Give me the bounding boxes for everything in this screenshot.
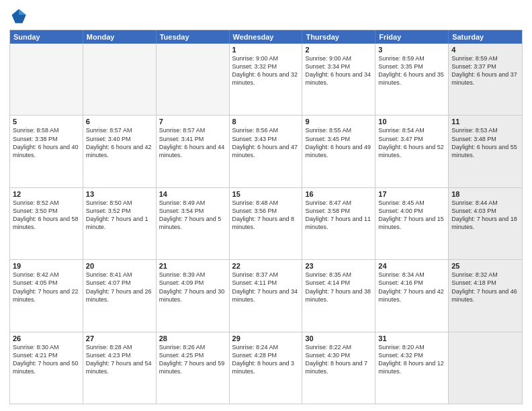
cell-text: Sunrise: 8:52 AM Sunset: 3:50 PM Dayligh… (13, 199, 80, 232)
cell-text: Sunrise: 8:55 AM Sunset: 3:45 PM Dayligh… (305, 126, 372, 159)
cell-text: Sunrise: 8:59 AM Sunset: 3:35 PM Dayligh… (378, 54, 445, 87)
day-number: 2 (305, 46, 372, 54)
day-number: 26 (13, 334, 80, 342)
day-number: 8 (232, 118, 300, 126)
weekday-header-wednesday: Wednesday (230, 30, 303, 44)
cell-text: Sunrise: 8:45 AM Sunset: 4:00 PM Dayligh… (378, 199, 445, 232)
day-number: 20 (86, 262, 153, 270)
day-number: 15 (232, 190, 300, 198)
calendar-row-3: 19Sunrise: 8:42 AM Sunset: 4:05 PM Dayli… (10, 259, 522, 331)
cal-cell-r2c4: 16Sunrise: 8:47 AM Sunset: 3:58 PM Dayli… (302, 188, 375, 259)
day-number: 19 (13, 262, 80, 270)
cell-text: Sunrise: 8:28 AM Sunset: 4:23 PM Dayligh… (86, 343, 153, 376)
header (9, 7, 523, 26)
cal-cell-r1c1: 6Sunrise: 8:57 AM Sunset: 3:40 PM Daylig… (83, 116, 157, 187)
day-number: 4 (451, 46, 519, 54)
cal-cell-r3c4: 23Sunrise: 8:35 AM Sunset: 4:14 PM Dayli… (302, 260, 375, 331)
day-number: 3 (378, 46, 445, 54)
cal-cell-r4c6 (449, 332, 522, 404)
day-number: 9 (305, 118, 372, 126)
day-number: 16 (305, 190, 372, 198)
cal-cell-r3c0: 19Sunrise: 8:42 AM Sunset: 4:05 PM Dayli… (10, 260, 83, 331)
day-number: 23 (305, 262, 372, 270)
cal-cell-r0c3: 1Sunrise: 9:00 AM Sunset: 3:32 PM Daylig… (230, 44, 303, 115)
cal-cell-r3c2: 21Sunrise: 8:39 AM Sunset: 4:09 PM Dayli… (157, 260, 230, 331)
day-number: 12 (13, 190, 80, 198)
cell-text: Sunrise: 8:47 AM Sunset: 3:58 PM Dayligh… (305, 199, 372, 232)
cal-cell-r1c4: 9Sunrise: 8:55 AM Sunset: 3:45 PM Daylig… (302, 116, 375, 187)
cal-cell-r4c4: 30Sunrise: 8:22 AM Sunset: 4:30 PM Dayli… (302, 332, 375, 404)
cell-text: Sunrise: 8:54 AM Sunset: 3:47 PM Dayligh… (378, 126, 445, 159)
cell-text: Sunrise: 8:49 AM Sunset: 3:54 PM Dayligh… (159, 199, 226, 232)
day-number: 28 (159, 334, 226, 342)
cal-cell-r3c5: 24Sunrise: 8:34 AM Sunset: 4:16 PM Dayli… (375, 260, 449, 331)
cal-cell-r2c2: 14Sunrise: 8:49 AM Sunset: 3:54 PM Dayli… (157, 188, 230, 259)
calendar-row-2: 12Sunrise: 8:52 AM Sunset: 3:50 PM Dayli… (10, 187, 522, 259)
day-number: 21 (159, 262, 226, 270)
weekday-header-saturday: Saturday (449, 30, 522, 44)
cell-text: Sunrise: 8:48 AM Sunset: 3:56 PM Dayligh… (232, 199, 300, 232)
cal-cell-r3c1: 20Sunrise: 8:41 AM Sunset: 4:07 PM Dayli… (83, 260, 157, 331)
cell-text: Sunrise: 8:57 AM Sunset: 3:41 PM Dayligh… (159, 126, 226, 159)
cal-cell-r2c0: 12Sunrise: 8:52 AM Sunset: 3:50 PM Dayli… (10, 188, 83, 259)
cell-text: Sunrise: 8:32 AM Sunset: 4:18 PM Dayligh… (451, 271, 519, 304)
weekday-header-sunday: Sunday (10, 30, 83, 44)
cal-cell-r2c6: 18Sunrise: 8:44 AM Sunset: 4:03 PM Dayli… (449, 188, 522, 259)
weekday-header-friday: Friday (375, 30, 449, 44)
svg-marker-1 (19, 9, 26, 15)
calendar-row-0: 1Sunrise: 9:00 AM Sunset: 3:32 PM Daylig… (10, 44, 522, 115)
cell-text: Sunrise: 8:41 AM Sunset: 4:07 PM Dayligh… (86, 271, 153, 304)
cell-text: Sunrise: 8:58 AM Sunset: 3:38 PM Dayligh… (13, 126, 80, 159)
cal-cell-r4c2: 28Sunrise: 8:26 AM Sunset: 4:25 PM Dayli… (157, 332, 230, 404)
cell-text: Sunrise: 8:59 AM Sunset: 3:37 PM Dayligh… (451, 54, 519, 87)
weekday-header-thursday: Thursday (302, 30, 375, 44)
day-number: 22 (232, 262, 300, 270)
cal-cell-r4c1: 27Sunrise: 8:28 AM Sunset: 4:23 PM Dayli… (83, 332, 157, 404)
cal-cell-r0c5: 3Sunrise: 8:59 AM Sunset: 3:35 PM Daylig… (375, 44, 449, 115)
cell-text: Sunrise: 8:39 AM Sunset: 4:09 PM Dayligh… (159, 271, 226, 304)
page: SundayMondayTuesdayWednesdayThursdayFrid… (0, 0, 532, 411)
cal-cell-r0c4: 2Sunrise: 9:00 AM Sunset: 3:34 PM Daylig… (302, 44, 375, 115)
day-number: 1 (232, 46, 300, 54)
day-number: 11 (451, 118, 519, 126)
cell-text: Sunrise: 8:37 AM Sunset: 4:11 PM Dayligh… (232, 271, 300, 304)
cell-text: Sunrise: 8:26 AM Sunset: 4:25 PM Dayligh… (159, 343, 226, 376)
calendar-header: SundayMondayTuesdayWednesdayThursdayFrid… (10, 30, 522, 44)
day-number: 18 (451, 190, 519, 198)
cal-cell-r1c0: 5Sunrise: 8:58 AM Sunset: 3:38 PM Daylig… (10, 116, 83, 187)
cell-text: Sunrise: 9:00 AM Sunset: 3:32 PM Dayligh… (232, 54, 300, 87)
cell-text: Sunrise: 8:53 AM Sunset: 3:48 PM Dayligh… (451, 126, 519, 159)
logo-icon (9, 7, 28, 26)
cell-text: Sunrise: 8:35 AM Sunset: 4:14 PM Dayligh… (305, 271, 372, 304)
day-number: 6 (86, 118, 153, 126)
cell-text: Sunrise: 9:00 AM Sunset: 3:34 PM Dayligh… (305, 54, 372, 87)
weekday-header-monday: Monday (83, 30, 157, 44)
day-number: 7 (159, 118, 226, 126)
day-number: 13 (86, 190, 153, 198)
cell-text: Sunrise: 8:30 AM Sunset: 4:21 PM Dayligh… (13, 343, 80, 376)
cal-cell-r0c1 (83, 44, 157, 115)
cal-cell-r4c3: 29Sunrise: 8:24 AM Sunset: 4:28 PM Dayli… (230, 332, 303, 404)
cal-cell-r4c5: 31Sunrise: 8:20 AM Sunset: 4:32 PM Dayli… (375, 332, 449, 404)
cal-cell-r2c1: 13Sunrise: 8:50 AM Sunset: 3:52 PM Dayli… (83, 188, 157, 259)
calendar-row-4: 26Sunrise: 8:30 AM Sunset: 4:21 PM Dayli… (10, 332, 522, 404)
calendar-row-1: 5Sunrise: 8:58 AM Sunset: 3:38 PM Daylig… (10, 115, 522, 187)
day-number: 5 (13, 118, 80, 126)
cal-cell-r0c6: 4Sunrise: 8:59 AM Sunset: 3:37 PM Daylig… (449, 44, 522, 115)
cell-text: Sunrise: 8:44 AM Sunset: 4:03 PM Dayligh… (451, 199, 519, 232)
day-number: 24 (378, 262, 445, 270)
cal-cell-r2c5: 17Sunrise: 8:45 AM Sunset: 4:00 PM Dayli… (375, 188, 449, 259)
cell-text: Sunrise: 8:57 AM Sunset: 3:40 PM Dayligh… (86, 126, 153, 159)
cal-cell-r1c5: 10Sunrise: 8:54 AM Sunset: 3:47 PM Dayli… (375, 116, 449, 187)
cell-text: Sunrise: 8:22 AM Sunset: 4:30 PM Dayligh… (305, 343, 372, 376)
cal-cell-r1c2: 7Sunrise: 8:57 AM Sunset: 3:41 PM Daylig… (157, 116, 230, 187)
cal-cell-r0c0 (10, 44, 83, 115)
day-number: 29 (232, 334, 300, 342)
cell-text: Sunrise: 8:50 AM Sunset: 3:52 PM Dayligh… (86, 199, 153, 232)
day-number: 10 (378, 118, 445, 126)
cal-cell-r0c2 (157, 44, 230, 115)
logo (9, 7, 31, 26)
cell-text: Sunrise: 8:20 AM Sunset: 4:32 PM Dayligh… (378, 343, 445, 376)
cell-text: Sunrise: 8:42 AM Sunset: 4:05 PM Dayligh… (13, 271, 80, 304)
cal-cell-r3c6: 25Sunrise: 8:32 AM Sunset: 4:18 PM Dayli… (449, 260, 522, 331)
